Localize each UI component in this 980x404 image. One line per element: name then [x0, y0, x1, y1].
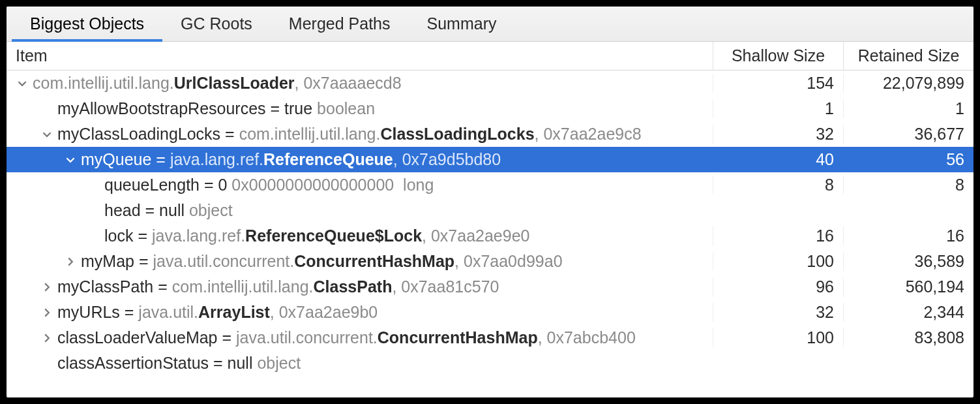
- tree-item-text: myClassPath =: [57, 277, 172, 296]
- tree-item-text: classLoaderValueMap =: [57, 328, 236, 347]
- tree-item-text: myClassLoadingLocks =: [57, 125, 239, 144]
- retained-size-cell: 83,808: [843, 328, 973, 347]
- tree-item-text: ReferenceQueue: [263, 150, 393, 169]
- column-header-row: Item Shallow Size Retained Size: [7, 42, 973, 70]
- tree-item-text: ClassPath: [314, 277, 393, 296]
- retained-size-cell: 36,589: [843, 252, 973, 271]
- column-header-shallow[interactable]: Shallow Size: [713, 42, 843, 70]
- tree-item-cell: myQueue = java.lang.ref.ReferenceQueue, …: [7, 150, 713, 169]
- tab-bar: Biggest Objects GC Roots Merged Paths Su…: [7, 7, 973, 42]
- retained-size-cell: 2,344: [843, 303, 973, 322]
- tree-item-text: queueLength = 0: [104, 176, 231, 194]
- tree-item-text: , 0x7aa2ae9b0: [270, 303, 378, 322]
- tree-item-text: classAssertionStatus = null: [57, 354, 257, 373]
- tree-item-text: java.lang.ref.: [170, 150, 263, 169]
- tree-item-text: com.intellij.util.lang.: [239, 125, 381, 144]
- tree-item-text: 0x0000000000000000 long: [231, 176, 434, 194]
- tree-item-text: object: [189, 201, 233, 220]
- tree-row[interactable]: classLoaderValueMap = java.util.concurre…: [7, 325, 973, 350]
- retained-size-cell: 1: [843, 99, 973, 118]
- tree-item-text: java.lang.ref.: [152, 226, 245, 245]
- tree-item-cell: myClassPath = com.intellij.util.lang.Cla…: [7, 277, 713, 296]
- tree-item-text: ClassLoadingLocks: [380, 125, 534, 144]
- tree-item-cell: head = null object: [7, 201, 713, 220]
- tree-item-text: myURLs =: [57, 303, 138, 322]
- tree-item-text: com.intellij.util.lang.: [33, 74, 174, 93]
- tab-merged-paths[interactable]: Merged Paths: [271, 7, 409, 42]
- retained-size-cell: 16: [843, 226, 973, 245]
- tree-row[interactable]: myClassLoadingLocks = com.intellij.util.…: [7, 121, 973, 147]
- retained-size-cell: 36,677: [843, 125, 973, 144]
- tree-row[interactable]: head = null object: [7, 198, 973, 223]
- shallow-size-cell: 96: [713, 277, 843, 296]
- tree-row[interactable]: myURLs = java.util.ArrayList, 0x7aa2ae9b…: [7, 300, 973, 325]
- tree-item-text: , 0x7aa0d99a0: [454, 252, 562, 271]
- retained-size-cell: 560,194: [843, 277, 973, 296]
- tree-item-text: java.util.concurrent.: [236, 328, 378, 347]
- tree-item-text: , 0x7aaaaecd8: [295, 74, 402, 93]
- tree-item-text: ConcurrentHashMap: [378, 328, 538, 347]
- tree-row[interactable]: com.intellij.util.lang.UrlClassLoader, 0…: [7, 70, 973, 96]
- chevron-right-icon[interactable]: [40, 283, 53, 292]
- tree-item-text: myMap =: [81, 252, 153, 271]
- retained-size-cell: 56: [843, 150, 973, 169]
- tree-item-text: , 0x7aa81c570: [392, 277, 499, 296]
- tree-item-text: ConcurrentHashMap: [294, 252, 454, 271]
- tree-item-text: head = null: [104, 201, 189, 220]
- tree-item-cell: myClassLoadingLocks = com.intellij.util.…: [7, 125, 713, 144]
- tree-row[interactable]: lock = java.lang.ref.ReferenceQueue$Lock…: [7, 223, 973, 249]
- tree-item-cell: queueLength = 0 0x0000000000000000 long: [7, 176, 713, 194]
- tree-item-cell: myAllowBootstrapResources = true boolean: [7, 99, 713, 118]
- tree-item-text: , 0x7aa2ae9e0: [422, 226, 529, 245]
- tree-item-cell: classAssertionStatus = null object: [7, 354, 713, 373]
- tree-row[interactable]: myQueue = java.lang.ref.ReferenceQueue, …: [7, 147, 973, 172]
- tree-row[interactable]: myMap = java.util.concurrent.ConcurrentH…: [7, 249, 973, 274]
- shallow-size-cell: 100: [713, 328, 843, 347]
- tree-item-text: , 0x7a9d5bd80: [393, 150, 501, 169]
- shallow-size-cell: 32: [713, 303, 843, 322]
- tree-item-text: myQueue =: [81, 150, 170, 169]
- tree-item-cell: myURLs = java.util.ArrayList, 0x7aa2ae9b…: [7, 303, 713, 322]
- shallow-size-cell: 32: [713, 125, 843, 144]
- tree-item-text: java.util.: [138, 303, 198, 322]
- shallow-size-cell: 1: [713, 99, 843, 118]
- tree-item-text: UrlClassLoader: [174, 74, 295, 93]
- column-header-item[interactable]: Item: [7, 46, 713, 65]
- tree-item-cell: com.intellij.util.lang.UrlClassLoader, 0…: [7, 74, 713, 93]
- tree-item-text: myAllowBootstrapResources = true: [57, 99, 317, 118]
- tree-item-cell: classLoaderValueMap = java.util.concurre…: [7, 328, 713, 347]
- tree-item-text: com.intellij.util.lang.: [172, 277, 314, 296]
- shallow-size-cell: 40: [713, 150, 843, 169]
- retained-size-cell: 8: [843, 176, 973, 194]
- chevron-down-icon[interactable]: [64, 155, 77, 164]
- tree-row[interactable]: myClassPath = com.intellij.util.lang.Cla…: [7, 274, 973, 300]
- chevron-right-icon[interactable]: [40, 308, 53, 317]
- shallow-size-cell: 16: [713, 226, 843, 245]
- retained-size-cell: 22,079,899: [843, 74, 973, 93]
- tree-body: com.intellij.util.lang.UrlClassLoader, 0…: [7, 70, 973, 376]
- column-header-retained[interactable]: Retained Size: [843, 42, 973, 70]
- chevron-right-icon[interactable]: [64, 257, 77, 266]
- chevron-down-icon[interactable]: [16, 79, 29, 88]
- tree-row[interactable]: myAllowBootstrapResources = true boolean…: [7, 96, 973, 121]
- tree-item-text: object: [257, 354, 301, 373]
- tree-item-text: , 0x7aa2ae9c8: [535, 125, 642, 144]
- chevron-down-icon[interactable]: [40, 130, 53, 139]
- shallow-size-cell: 8: [713, 176, 843, 194]
- tree-item-text: , 0x7abcb400: [538, 328, 636, 347]
- tree-item-cell: myMap = java.util.concurrent.ConcurrentH…: [7, 252, 713, 271]
- shallow-size-cell: 154: [713, 74, 843, 93]
- shallow-size-cell: 100: [713, 252, 843, 271]
- tree-item-text: java.util.concurrent.: [153, 252, 294, 271]
- tree-item-text: boolean: [317, 99, 375, 118]
- tree-item-text: lock =: [104, 226, 152, 245]
- tab-summary[interactable]: Summary: [409, 7, 515, 42]
- tab-biggest-objects[interactable]: Biggest Objects: [12, 7, 162, 42]
- tree-item-text: ReferenceQueue$Lock: [245, 226, 422, 245]
- tab-gc-roots[interactable]: GC Roots: [162, 7, 271, 42]
- tree-row[interactable]: queueLength = 0 0x0000000000000000 long8…: [7, 172, 973, 198]
- tree-row[interactable]: classAssertionStatus = null object: [7, 350, 973, 376]
- tree-item-cell: lock = java.lang.ref.ReferenceQueue$Lock…: [7, 226, 713, 245]
- chevron-right-icon[interactable]: [40, 334, 53, 343]
- tree-item-text: ArrayList: [198, 303, 270, 322]
